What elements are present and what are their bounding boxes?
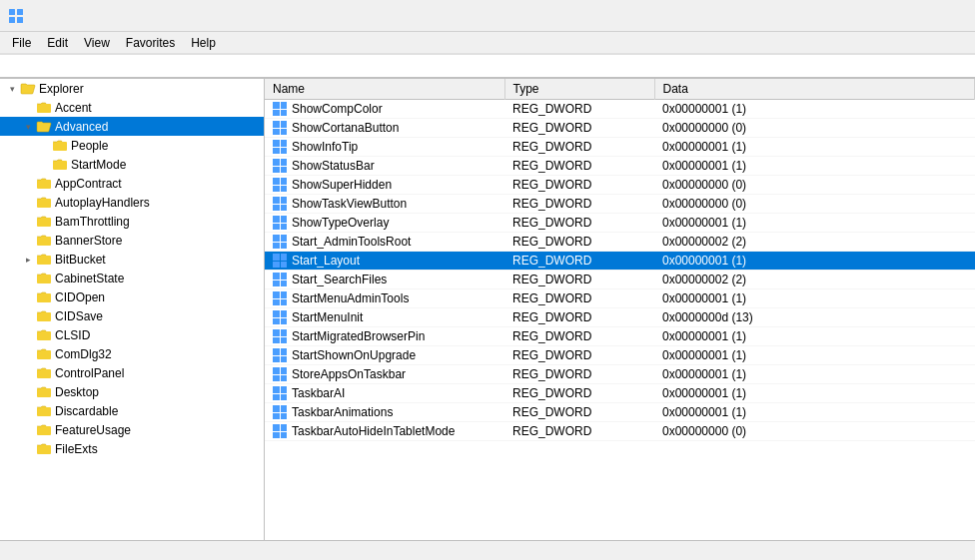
- maximize-button[interactable]: [873, 0, 919, 32]
- reg-type-cell: REG_DWORD: [504, 422, 654, 441]
- col-data[interactable]: Data: [654, 79, 975, 100]
- table-row[interactable]: ShowSuperHiddenREG_DWORD0x00000000 (0): [265, 176, 975, 195]
- menu-file[interactable]: File: [4, 34, 39, 52]
- reg-type-cell: REG_DWORD: [504, 289, 654, 308]
- table-row[interactable]: Start_SearchFilesREG_DWORD0x00000002 (2): [265, 271, 975, 289]
- folder-icon: [36, 327, 52, 343]
- close-button[interactable]: [921, 0, 967, 32]
- col-type[interactable]: Type: [504, 79, 654, 100]
- tree-item-desktop[interactable]: Desktop: [0, 382, 264, 401]
- tree-panel[interactable]: ExplorerAccentAdvancedPeopleStartModeApp…: [0, 79, 265, 540]
- tree-item-controlpanel[interactable]: ControlPanel: [0, 363, 264, 382]
- table-row[interactable]: StartMigratedBrowserPinREG_DWORD0x000000…: [265, 327, 975, 346]
- reg-name-cell: Start_AdminToolsRoot: [265, 233, 504, 252]
- window-controls: [825, 0, 967, 32]
- tree-item-fileexts[interactable]: FileExts: [0, 439, 264, 458]
- table-row[interactable]: ShowCortanaButtonREG_DWORD0x00000000 (0): [265, 119, 975, 138]
- table-row[interactable]: ShowCompColorREG_DWORD0x00000001 (1): [265, 100, 975, 119]
- reg-dword-icon: [273, 178, 287, 192]
- reg-data-cell: 0x00000000 (0): [654, 176, 975, 195]
- reg-data-cell: 0x00000001 (1): [654, 157, 975, 176]
- reg-name-text: StartMenuInit: [292, 310, 363, 324]
- tree-item-clsid[interactable]: CLSID: [0, 325, 264, 344]
- table-row[interactable]: TaskbarAutoHideInTabletModeREG_DWORD0x00…: [265, 422, 975, 441]
- tree-label: FileExts: [55, 442, 98, 456]
- table-row[interactable]: ShowStatusBarREG_DWORD0x00000001 (1): [265, 157, 975, 176]
- reg-type-cell: REG_DWORD: [504, 271, 654, 289]
- table-row[interactable]: TaskbarAnimationsREG_DWORD0x00000001 (1): [265, 403, 975, 422]
- folder-icon: [36, 441, 52, 457]
- table-row[interactable]: Start_AdminToolsRootREG_DWORD0x00000002 …: [265, 233, 975, 252]
- tree-item-explorer[interactable]: Explorer: [0, 79, 264, 98]
- tree-label: CIDSave: [55, 309, 103, 323]
- tree-toggle[interactable]: [4, 81, 20, 97]
- folder-icon: [36, 100, 52, 116]
- table-row[interactable]: StartMenuInitREG_DWORD0x0000000d (13): [265, 308, 975, 327]
- tree-item-appcontract[interactable]: AppContract: [0, 174, 264, 193]
- reg-name-text: StartShownOnUpgrade: [292, 348, 416, 362]
- reg-name-cell: ShowCompColor: [265, 100, 504, 119]
- table-row[interactable]: Start_LayoutREG_DWORD0x00000001 (1): [265, 252, 975, 271]
- reg-name-text: TaskbarAutoHideInTabletMode: [292, 424, 455, 438]
- table-row[interactable]: StartMenuAdminToolsREG_DWORD0x00000001 (…: [265, 289, 975, 308]
- tree-item-bitbucket[interactable]: BitBucket: [0, 250, 264, 269]
- reg-name-text: StoreAppsOnTaskbar: [292, 367, 406, 381]
- reg-name-text: StartMenuAdminTools: [292, 291, 409, 305]
- tree-item-bamthrottling[interactable]: BamThrottling: [0, 212, 264, 231]
- tree-item-featureusage[interactable]: FeatureUsage: [0, 420, 264, 439]
- reg-dword-icon: [273, 386, 287, 400]
- tree-label: Desktop: [55, 385, 99, 399]
- registry-panel[interactable]: Name Type Data ShowCompColorREG_DWORD0x0…: [265, 79, 975, 540]
- tree-item-startmode[interactable]: StartMode: [0, 155, 264, 174]
- table-row[interactable]: StartShownOnUpgradeREG_DWORD0x00000001 (…: [265, 346, 975, 365]
- minimize-button[interactable]: [825, 0, 871, 32]
- reg-data-cell: 0x00000001 (1): [654, 138, 975, 157]
- menu-favorites[interactable]: Favorites: [118, 34, 183, 52]
- folder-icon: [36, 422, 52, 438]
- table-row[interactable]: TaskbarAIREG_DWORD0x00000001 (1): [265, 384, 975, 403]
- menu-view[interactable]: View: [76, 34, 118, 52]
- svg-rect-16: [37, 350, 51, 359]
- tree-toggle[interactable]: [20, 119, 36, 135]
- tree-label: Explorer: [39, 82, 84, 96]
- reg-name-cell: StartShownOnUpgrade: [265, 346, 504, 365]
- tree-item-people[interactable]: People: [0, 136, 264, 155]
- tree-toggle[interactable]: [20, 252, 36, 268]
- svg-rect-21: [37, 445, 51, 454]
- tree-item-bannerstore[interactable]: BannerStore: [0, 231, 264, 250]
- tree-label: People: [71, 139, 108, 153]
- table-row[interactable]: ShowTypeOverlayREG_DWORD0x00000001 (1): [265, 214, 975, 233]
- reg-data-cell: 0x00000001 (1): [654, 252, 975, 271]
- tree-item-cabinetstate[interactable]: CabinetState: [0, 269, 264, 287]
- tree-item-accent[interactable]: Accent: [0, 98, 264, 117]
- reg-dword-icon: [273, 348, 287, 362]
- tree-item-autoplayhandlers[interactable]: AutoplayHandlers: [0, 193, 264, 212]
- svg-rect-6: [53, 161, 67, 170]
- reg-name-cell: Start_Layout: [265, 252, 504, 271]
- reg-name-cell: TaskbarAutoHideInTabletMode: [265, 422, 504, 441]
- tree-item-cidsave[interactable]: CIDSave: [0, 306, 264, 325]
- tree-item-advanced[interactable]: Advanced: [0, 117, 264, 136]
- tree-label: AppContract: [55, 177, 122, 191]
- tree-label: Accent: [55, 101, 92, 115]
- reg-name-cell: ShowSuperHidden: [265, 176, 504, 195]
- tree-item-discardable[interactable]: Discardable: [0, 401, 264, 420]
- folder-icon: [36, 271, 52, 286]
- menu-help[interactable]: Help: [183, 34, 224, 52]
- reg-name-cell: TaskbarAnimations: [265, 403, 504, 422]
- tree-label: BannerStore: [55, 234, 122, 248]
- reg-dword-icon: [273, 216, 287, 230]
- reg-data-cell: 0x00000000 (0): [654, 195, 975, 214]
- table-row[interactable]: StoreAppsOnTaskbarREG_DWORD0x00000001 (1…: [265, 365, 975, 384]
- col-name[interactable]: Name: [265, 79, 504, 100]
- table-row[interactable]: ShowTaskViewButtonREG_DWORD0x00000000 (0…: [265, 195, 975, 214]
- svg-rect-11: [37, 256, 51, 265]
- menu-edit[interactable]: Edit: [39, 34, 76, 52]
- svg-rect-3: [17, 17, 23, 23]
- tree-item-cidopen[interactable]: CIDOpen: [0, 287, 264, 306]
- reg-data-cell: 0x00000002 (2): [654, 271, 975, 289]
- svg-rect-7: [37, 180, 51, 189]
- tree-item-comdlg32[interactable]: ComDlg32: [0, 344, 264, 363]
- title-bar: [0, 0, 975, 32]
- table-row[interactable]: ShowInfoTipREG_DWORD0x00000001 (1): [265, 138, 975, 157]
